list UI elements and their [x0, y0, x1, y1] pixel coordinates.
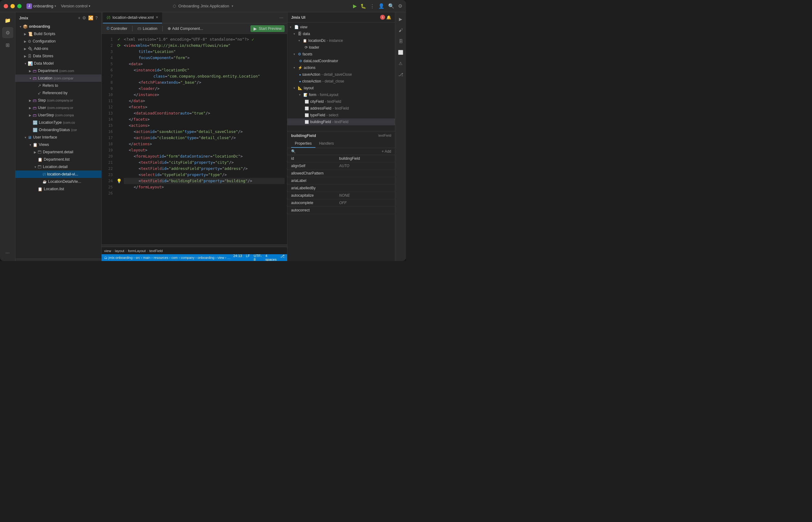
sidebar-refresh-icon[interactable]: 🔀: [88, 15, 93, 20]
tab-location-xml[interactable]: ⟨/⟩ location-detail-view.xml ✕: [103, 12, 162, 23]
tree-item-data-stores[interactable]: ▶ 🗄 Data Stores: [15, 52, 101, 60]
sidebar-settings-icon[interactable]: ⚙: [82, 15, 86, 20]
label-build-scripts: Build Scripts: [34, 32, 55, 36]
tree-item-onboardingstatus[interactable]: 🔢 OnboardingStatus (cor: [15, 126, 101, 134]
prop-row-arialabel[interactable]: ariaLabel: [287, 177, 395, 185]
prop-row-allowedcharpattern[interactable]: allowedCharPattern: [287, 170, 395, 177]
tab-handlers[interactable]: Handlers: [315, 140, 337, 148]
prop-search-input[interactable]: [297, 149, 380, 154]
profile-button[interactable]: 👤: [378, 3, 384, 9]
add-component-button[interactable]: ⊕ Add Component...: [165, 25, 206, 32]
right-git-icon[interactable]: ⎇: [397, 70, 405, 79]
jt-saveaction[interactable]: ● saveAction - detail_saveClose: [287, 71, 395, 78]
prop-row-autocapitalize[interactable]: autocapitalize NONE: [287, 192, 395, 199]
search-button[interactable]: 🔍: [388, 3, 394, 9]
prop-row-autocorrect[interactable]: autocorrect: [287, 207, 395, 214]
start-preview-button[interactable]: ▶ Start Preview: [250, 25, 285, 32]
more-activity-icon[interactable]: ···: [2, 247, 13, 259]
right-panel-bell-icon[interactable]: 🔔: [386, 15, 391, 20]
sidebar-scrollbar[interactable]: [15, 259, 101, 261]
jt-facets[interactable]: ▾ ⚙ facets: [287, 51, 395, 58]
jt-loader[interactable]: ⟳ loader: [287, 44, 395, 51]
status-encoding[interactable]: UTF-8: [253, 254, 262, 261]
right-paint-icon[interactable]: 🖌: [397, 26, 405, 35]
jt-form[interactable]: ▾ 📝 form - formLayout: [287, 92, 395, 98]
tree-item-onboarding[interactable]: ▾ 📦 onboarding: [15, 23, 101, 30]
tree-item-user[interactable]: ▶ 🗃 User (com.company.or: [15, 104, 101, 112]
jmix-icon[interactable]: ⚙: [2, 27, 13, 38]
status-line-ending[interactable]: LF: [246, 254, 250, 261]
location-button[interactable]: 🗃 Location: [135, 25, 159, 32]
tree-item-userstep[interactable]: ▶ 🗃 UserStep (com.compa: [15, 112, 101, 119]
tree-item-dept-detail[interactable]: ▶ 🗔 Department.detail: [15, 148, 101, 156]
tab-properties[interactable]: Properties: [291, 140, 315, 148]
jt-addressfield[interactable]: ⬜ addressField - textField: [287, 105, 395, 112]
jt-dataloadcoord[interactable]: ⚙ dataLoadCoordinator: [287, 58, 395, 64]
tree-item-loc-java[interactable]: ☕ LocationDetailVie...: [15, 178, 101, 185]
jt-typefield[interactable]: ⬜ typeField - select: [287, 112, 395, 119]
jt-locationdc[interactable]: ▾ 📋 locationDc - instance: [287, 37, 395, 44]
tree-item-referenced-by[interactable]: ↙ Referenced by: [15, 89, 101, 97]
close-button[interactable]: [4, 4, 8, 8]
tree-item-data-model[interactable]: ▾ 📊 Data Model: [15, 60, 101, 67]
prop-row-alignself[interactable]: alignSelf AUTO: [287, 162, 395, 170]
tab-more-button[interactable]: ⋯: [277, 15, 286, 20]
maximize-button[interactable]: [17, 4, 22, 8]
editor-content[interactable]: 12345 678910 1112131415 1617181920 21222…: [102, 34, 287, 244]
right-terminal-icon[interactable]: ⬜: [397, 48, 405, 57]
files-icon[interactable]: 📁: [2, 15, 13, 26]
status-position[interactable]: 24:13: [233, 254, 242, 261]
tree-item-loc-detail[interactable]: ▾ 🗔 Location.detail: [15, 163, 101, 170]
code-line-19: <layout>: [124, 147, 285, 153]
sidebar-add-icon[interactable]: +: [78, 15, 80, 20]
tree-item-configuration[interactable]: ▶ ⚙ Configuration: [15, 38, 101, 45]
tree-item-step[interactable]: ▶ 🗃 Step (com.company.or: [15, 97, 101, 104]
tree-item-locationtype[interactable]: 🔢 LocationType (com.co: [15, 119, 101, 126]
tree-item-loc-list[interactable]: 📋 Location.list: [15, 185, 101, 193]
jt-view[interactable]: ▾ 📄 view: [287, 24, 395, 31]
jt-layout[interactable]: ▾ 📐 layout: [287, 85, 395, 92]
right-warn-icon[interactable]: ⚠: [397, 59, 405, 68]
controller-button[interactable]: © Controller: [104, 25, 130, 32]
run-button[interactable]: ▶: [353, 3, 357, 9]
minimize-button[interactable]: [11, 4, 15, 8]
project-selector[interactable]: J onboarding ▾: [26, 3, 56, 9]
bc-layout[interactable]: layout: [115, 249, 124, 253]
tree-item-department[interactable]: ▶ 🗃 Department (com.com: [15, 67, 101, 75]
bc-textfield[interactable]: textField: [149, 249, 163, 253]
tree-item-addons[interactable]: ▶ 🔌 Add-ons: [15, 45, 101, 52]
right-db-icon[interactable]: 🗄: [397, 37, 405, 45]
badge-user: (com.company.or: [47, 106, 73, 109]
tree-item-location[interactable]: ▾ 🗃 Location (com.compar: [15, 75, 101, 82]
plugins-icon[interactable]: ⊞: [2, 39, 13, 51]
bc-formlayout[interactable]: formLayout: [128, 249, 146, 253]
prop-key-id: id: [291, 156, 339, 161]
tree-item-loc-xml[interactable]: ⟨/⟩ location-detail-vi...: [15, 170, 101, 178]
code-line-20: <formLayout id="form" dataContainer="loc…: [124, 153, 285, 159]
debug-button[interactable]: 🐛: [361, 3, 366, 9]
prop-add-button[interactable]: + Add: [382, 149, 391, 154]
tab-close-icon[interactable]: ✕: [156, 15, 158, 19]
code-editor[interactable]: <?xml version="1.0" encoding="UTF-8" sta…: [122, 34, 287, 244]
jt-closeaction[interactable]: ● closeAction - detail_close: [287, 78, 395, 85]
vc-button[interactable]: Version control ▾: [59, 3, 93, 9]
sidebar-help-icon[interactable]: ?: [95, 15, 98, 20]
tree-item-views[interactable]: ▾ 📋 Views: [15, 141, 101, 148]
settings-gear-button[interactable]: ⚙: [398, 3, 402, 9]
tree-item-build-scripts[interactable]: ▶ 📜 Build Scripts: [15, 30, 101, 38]
tree-item-user-interface[interactable]: ▾ 🖥 User Interface: [15, 134, 101, 141]
prop-row-autocomplete[interactable]: autocomplete OFF: [287, 199, 395, 207]
status-indent[interactable]: 4 spaces: [266, 254, 277, 261]
bc-view[interactable]: view: [104, 249, 111, 253]
jt-buildingfield[interactable]: ⬜ buildingField - textField: [287, 119, 395, 125]
jt-actions[interactable]: ▾ ⚡ actions: [287, 64, 395, 71]
editor-scrollbar-h[interactable]: [102, 244, 287, 247]
prop-row-arialabelledby[interactable]: ariaLabelledBy: [287, 185, 395, 192]
more-actions-button[interactable]: ⋮: [370, 3, 374, 9]
tree-item-dept-list[interactable]: 📋 Department.list: [15, 156, 101, 163]
tree-item-refers-to[interactable]: ↗ Refers to: [15, 82, 101, 89]
jt-data[interactable]: ▾ 🗄 data: [287, 31, 395, 37]
prop-row-id[interactable]: id buildingField: [287, 155, 395, 162]
jt-cityfield[interactable]: ⬜ cityField - textField: [287, 98, 395, 105]
right-run-icon[interactable]: ▶: [397, 15, 405, 23]
